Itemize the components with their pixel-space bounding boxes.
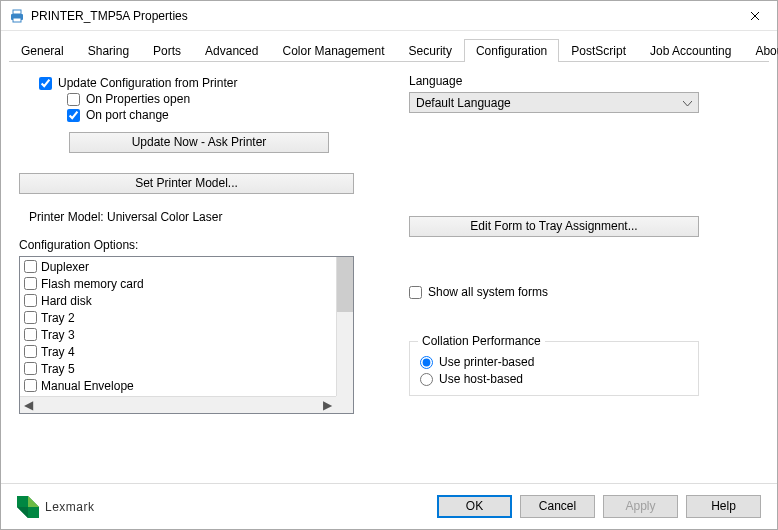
svg-marker-4 <box>28 496 39 507</box>
tab-job-accounting[interactable]: Job Accounting <box>638 39 743 62</box>
printer-model-text: Printer Model: Universal Color Laser <box>29 210 369 224</box>
on-properties-open-checkbox[interactable]: On Properties open <box>67 92 369 106</box>
horizontal-scrollbar[interactable]: ◀ ▶ <box>20 396 336 413</box>
config-options-listbox[interactable]: DuplexerFlash memory cardHard diskTray 2… <box>19 256 354 414</box>
option-label: Manual Envelope <box>41 379 134 393</box>
list-item[interactable]: Duplexer <box>24 258 332 275</box>
list-item[interactable]: Tray 3 <box>24 326 332 343</box>
tab-sharing[interactable]: Sharing <box>76 39 141 62</box>
show-all-forms-checkbox[interactable]: Show all system forms <box>409 285 759 299</box>
use-printer-based-radio[interactable]: Use printer-based <box>420 355 688 369</box>
on-port-change-label: On port change <box>86 108 169 122</box>
option-checkbox[interactable] <box>24 294 37 307</box>
on-properties-open-label: On Properties open <box>86 92 190 106</box>
tab-color-management[interactable]: Color Management <box>270 39 396 62</box>
titlebar: PRINTER_TMP5A Properties <box>1 1 777 31</box>
tab-postscript[interactable]: PostScript <box>559 39 638 62</box>
close-button[interactable] <box>732 1 777 30</box>
tab-security[interactable]: Security <box>397 39 464 62</box>
set-printer-model-button[interactable]: Set Printer Model... <box>19 173 354 194</box>
option-label: Duplexer <box>41 260 89 274</box>
option-checkbox[interactable] <box>24 379 37 392</box>
list-item[interactable]: Manual Envelope <box>24 377 332 394</box>
option-checkbox[interactable] <box>24 277 37 290</box>
scrollbar-corner <box>336 396 353 413</box>
tab-general[interactable]: General <box>9 39 76 62</box>
list-item[interactable]: Flash memory card <box>24 275 332 292</box>
use-printer-based-label: Use printer-based <box>439 355 534 369</box>
collation-performance-label: Collation Performance <box>418 334 545 348</box>
tab-strip: GeneralSharingPortsAdvancedColor Managem… <box>1 31 777 62</box>
printer-icon <box>9 8 25 24</box>
show-all-forms-label: Show all system forms <box>428 285 548 299</box>
tab-ports[interactable]: Ports <box>141 39 193 62</box>
tab-body-configuration: Update Configuration from Printer On Pro… <box>1 62 777 483</box>
window-title: PRINTER_TMP5A Properties <box>31 9 732 23</box>
svg-rect-1 <box>13 10 21 14</box>
list-item[interactable]: Tray 2 <box>24 309 332 326</box>
option-label: Tray 3 <box>41 328 75 342</box>
tab-configuration[interactable]: Configuration <box>464 39 559 62</box>
option-label: Tray 5 <box>41 362 75 376</box>
list-item[interactable]: Tray 4 <box>24 343 332 360</box>
svg-rect-2 <box>13 18 21 22</box>
brand: Lexmark <box>17 496 95 518</box>
tab-advanced[interactable]: Advanced <box>193 39 270 62</box>
tab-about[interactable]: About <box>743 39 778 62</box>
cancel-button[interactable]: Cancel <box>520 495 595 518</box>
help-button[interactable]: Help <box>686 495 761 518</box>
option-checkbox[interactable] <box>24 345 37 358</box>
option-label: Hard disk <box>41 294 92 308</box>
option-checkbox[interactable] <box>24 362 37 375</box>
option-label: Flash memory card <box>41 277 144 291</box>
brand-text: Lexmark <box>45 500 95 514</box>
language-value: Default Language <box>416 96 511 110</box>
option-checkbox[interactable] <box>24 311 37 324</box>
option-label: Tray 4 <box>41 345 75 359</box>
list-item[interactable]: Hard disk <box>24 292 332 309</box>
apply-button[interactable]: Apply <box>603 495 678 518</box>
chevron-down-icon <box>683 96 692 110</box>
svg-marker-5 <box>17 507 28 518</box>
update-config-label: Update Configuration from Printer <box>58 76 237 90</box>
language-label: Language <box>409 74 759 88</box>
option-checkbox[interactable] <box>24 260 37 273</box>
update-now-button[interactable]: Update Now - Ask Printer <box>69 132 329 153</box>
use-host-based-radio[interactable]: Use host-based <box>420 372 688 386</box>
on-port-change-checkbox[interactable]: On port change <box>67 108 369 122</box>
ok-button[interactable]: OK <box>437 495 512 518</box>
use-host-based-label: Use host-based <box>439 372 523 386</box>
scrollbar-thumb[interactable] <box>337 257 353 312</box>
update-config-checkbox[interactable]: Update Configuration from Printer <box>39 76 369 90</box>
right-column: Language Default Language Edit Form to T… <box>409 74 759 479</box>
option-checkbox[interactable] <box>24 328 37 341</box>
collation-performance-group: Collation Performance Use printer-based … <box>409 341 699 396</box>
properties-window: PRINTER_TMP5A Properties GeneralSharingP… <box>0 0 778 530</box>
scroll-left-icon[interactable]: ◀ <box>20 397 37 414</box>
lexmark-logo-icon <box>17 496 39 518</box>
edit-form-tray-button[interactable]: Edit Form to Tray Assignment... <box>409 216 699 237</box>
dialog-footer: Lexmark OK Cancel Apply Help <box>1 483 777 529</box>
option-label: Tray 2 <box>41 311 75 325</box>
vertical-scrollbar[interactable] <box>336 257 353 396</box>
scroll-right-icon[interactable]: ▶ <box>319 397 336 414</box>
config-options-label: Configuration Options: <box>19 238 369 252</box>
language-dropdown[interactable]: Default Language <box>409 92 699 113</box>
left-column: Update Configuration from Printer On Pro… <box>19 74 369 479</box>
list-item[interactable]: Tray 5 <box>24 360 332 377</box>
